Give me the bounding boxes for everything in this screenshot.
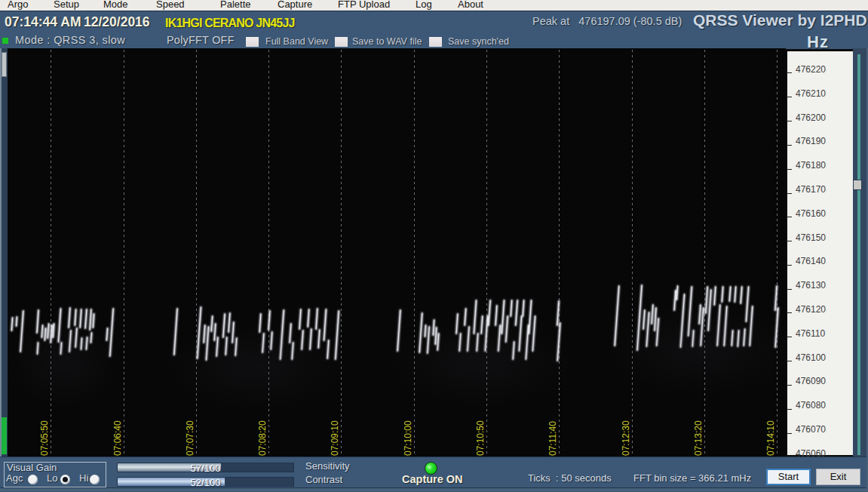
svg-text:07:07:30: 07:07:30: [185, 420, 195, 456]
svg-text:07:05:50: 07:05:50: [39, 420, 50, 456]
svg-text:07:10:00: 07:10:00: [403, 420, 413, 456]
svg-text:07:10:50: 07:10:50: [475, 420, 486, 456]
svg-text:07:12:30: 07:12:30: [621, 420, 631, 456]
svg-text:07:09:10: 07:09:10: [330, 420, 340, 456]
svg-text:07:08:20: 07:08:20: [257, 420, 268, 456]
svg-text:07:13:20: 07:13:20: [693, 420, 704, 456]
svg-text:07:14:10: 07:14:10: [765, 420, 776, 456]
svg-text:07:06:40: 07:06:40: [112, 420, 123, 456]
svg-text:07:11:40: 07:11:40: [547, 421, 558, 456]
